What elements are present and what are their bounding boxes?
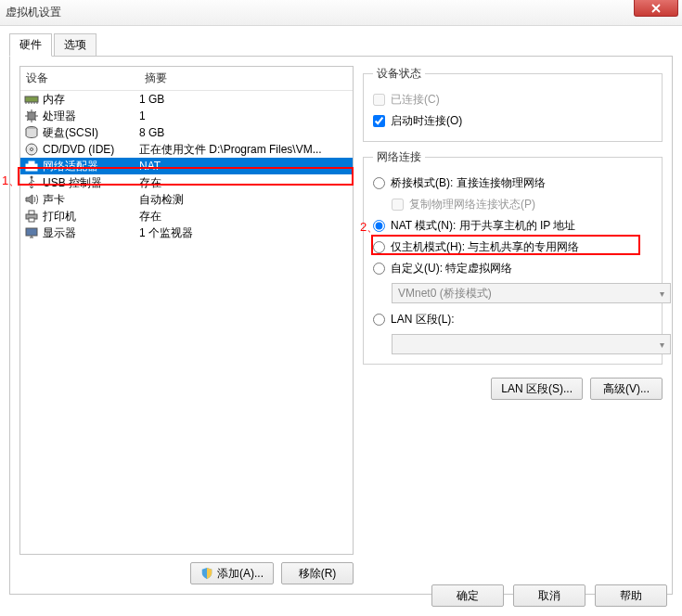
lan-segment-radio[interactable] [373, 314, 385, 326]
connect-at-poweron-checkbox[interactable] [373, 115, 385, 127]
device-summary: 1 GB [139, 93, 349, 106]
device-summary: 存在 [139, 175, 349, 191]
nat-radio-row[interactable]: NAT 模式(N): 用于共享主机的 IP 地址 [373, 215, 652, 237]
hardware-row[interactable]: CD/DVD (IDE)正在使用文件 D:\Program Files\VM..… [20, 141, 353, 158]
device-name: 内存 [43, 92, 65, 108]
device-name: 显示器 [43, 225, 76, 241]
custom-radio[interactable] [373, 263, 385, 275]
annotation-label-2: 2、 [360, 219, 379, 236]
hardware-row[interactable]: 网络适配器NAT [20, 158, 353, 174]
annotation-label-1: 1、 [2, 173, 20, 189]
lan-segment-radio-row[interactable]: LAN 区段(L): [373, 309, 652, 330]
cancel-button[interactable]: 取消 [513, 584, 585, 607]
device-state-group: 设备状态 已连接(C) 启动时连接(O) [363, 66, 663, 142]
hostonly-radio[interactable] [373, 241, 385, 253]
hardware-row[interactable]: 处理器1 [20, 108, 353, 124]
advanced-button[interactable]: 高级(V)... [590, 378, 663, 400]
svg-rect-1 [28, 112, 35, 120]
svg-rect-6 [29, 161, 34, 164]
network-connection-group: 网络连接 桥接模式(B): 直接连接物理网络 复制物理网络连接状态(P) NAT… [363, 149, 663, 365]
hardware-row[interactable]: 显示器1 个监视器 [20, 225, 353, 241]
device-summary: NAT [139, 160, 349, 173]
device-summary: 存在 [139, 209, 349, 225]
lan-segments-button[interactable]: LAN 区段(S)... [491, 378, 583, 400]
tab-strip: 硬件 选项 [9, 33, 673, 57]
tab-hardware[interactable]: 硬件 [9, 33, 52, 57]
col-summary[interactable]: 摘要 [139, 67, 353, 90]
hardware-row[interactable]: 声卡自动检测 [20, 191, 353, 208]
hdd-icon [24, 125, 39, 140]
net-icon [24, 159, 39, 173]
bridged-radio[interactable] [373, 177, 385, 189]
chevron-down-icon: ▾ [660, 340, 664, 350]
device-name: USB 控制器 [43, 175, 102, 191]
connected-checkbox-row: 已连接(C) [373, 89, 652, 110]
custom-vmnet-combo: VMnet0 (桥接模式) ▾ [392, 283, 671, 303]
device-summary: 自动检测 [139, 192, 349, 208]
hardware-row[interactable]: 内存1 GB [20, 91, 353, 108]
connected-checkbox [373, 94, 385, 106]
custom-radio-row[interactable]: 自定义(U): 特定虚拟网络 [373, 258, 652, 279]
hardware-row[interactable]: 硬盘(SCSI)8 GB [20, 124, 353, 141]
device-summary: 1 个监视器 [139, 225, 349, 241]
svg-rect-11 [26, 228, 37, 236]
add-button[interactable]: 添加(A)... [190, 562, 274, 584]
svg-rect-10 [29, 218, 34, 222]
hardware-list[interactable]: 设备 摘要 内存1 GB处理器1硬盘(SCSI)8 GBCD/DVD (IDE)… [19, 66, 354, 555]
tab-content: 设备 摘要 内存1 GB处理器1硬盘(SCSI)8 GBCD/DVD (IDE)… [9, 57, 673, 595]
device-name: 网络适配器 [43, 159, 98, 174]
device-name: CD/DVD (IDE) [43, 143, 114, 156]
device-summary: 正在使用文件 D:\Program Files\VM... [139, 142, 349, 158]
printer-icon [24, 209, 39, 224]
window-title: 虚拟机设置 [6, 5, 61, 20]
replicate-checkbox [392, 199, 404, 211]
shield-icon [200, 567, 213, 580]
svg-point-4 [31, 148, 33, 151]
col-device[interactable]: 设备 [20, 67, 139, 90]
device-name: 声卡 [43, 192, 65, 208]
network-legend: 网络连接 [373, 149, 425, 165]
svg-point-7 [31, 176, 33, 179]
device-name: 硬盘(SCSI) [43, 125, 98, 141]
device-state-legend: 设备状态 [373, 66, 425, 82]
hardware-list-header: 设备 摘要 [20, 67, 353, 91]
titlebar: 虚拟机设置 [0, 0, 682, 26]
device-summary: 1 [139, 109, 349, 122]
hardware-row[interactable]: USB 控制器存在 [20, 174, 353, 191]
close-button[interactable] [634, 0, 678, 17]
remove-button[interactable]: 移除(R) [281, 562, 354, 584]
connect-at-poweron-row[interactable]: 启动时连接(O) [373, 110, 652, 132]
ok-button[interactable]: 确定 [431, 584, 504, 607]
svg-rect-0 [25, 96, 38, 102]
hostonly-radio-row[interactable]: 仅主机模式(H): 与主机共享的专用网络 [373, 237, 652, 258]
device-summary: 8 GB [139, 126, 349, 139]
sound-icon [24, 192, 39, 207]
cd-icon [24, 142, 39, 157]
display-icon [24, 225, 39, 240]
svg-rect-5 [26, 164, 37, 171]
memory-icon [24, 92, 39, 107]
lan-segment-combo: ▾ [392, 334, 671, 354]
device-name: 处理器 [43, 109, 76, 124]
svg-rect-9 [29, 211, 34, 214]
close-icon [651, 4, 661, 13]
hardware-row[interactable]: 打印机存在 [20, 208, 353, 225]
cpu-icon [24, 109, 39, 123]
tab-options[interactable]: 选项 [54, 33, 97, 57]
chevron-down-icon: ▾ [660, 289, 664, 299]
bridged-radio-row[interactable]: 桥接模式(B): 直接连接物理网络 [373, 173, 652, 194]
help-button[interactable]: 帮助 [595, 584, 667, 607]
replicate-checkbox-row: 复制物理网络连接状态(P) [392, 194, 652, 215]
device-name: 打印机 [43, 209, 76, 225]
usb-icon [24, 175, 39, 190]
